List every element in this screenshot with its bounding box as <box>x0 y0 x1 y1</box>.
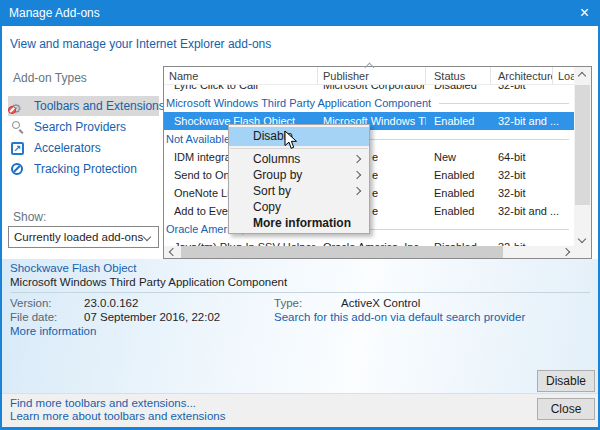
menu-item-copy[interactable]: Copy <box>229 199 369 215</box>
mouse-cursor-icon <box>284 130 298 154</box>
footer-bar: Find more toolbars and extensions... Lea… <box>2 393 598 427</box>
close-icon[interactable]: × <box>580 3 589 23</box>
scroll-up-icon[interactable] <box>578 72 586 80</box>
learn-more-link[interactable]: Learn more about toolbars and extensions <box>10 410 225 422</box>
column-header-architecture[interactable]: Architecture <box>491 67 553 85</box>
gear-blocked-icon: ⚙ <box>10 99 25 114</box>
submenu-arrow-icon <box>353 171 361 179</box>
menu-item-more-information[interactable]: More information <box>229 215 369 231</box>
submenu-arrow-icon <box>353 155 361 163</box>
find-more-link[interactable]: Find more toolbars and extensions... <box>10 397 196 409</box>
menu-item-columns[interactable]: Columns <box>229 151 369 167</box>
file-date-label: File date: <box>10 311 57 323</box>
close-button[interactable]: Close <box>537 398 595 420</box>
sidebar-item-accelerators[interactable]: ↗ Accelerators <box>8 138 159 158</box>
detail-divider <box>10 292 590 293</box>
show-dropdown[interactable]: Currently loaded add-ons <box>8 226 159 248</box>
horizontal-scrollbar[interactable] <box>164 246 575 258</box>
show-dropdown-value: Currently loaded add-ons <box>14 227 143 247</box>
column-header-status[interactable]: Status <box>426 67 491 85</box>
table-row-lync[interactable]: Lync Click to Call Microsoft Corporation… <box>164 85 575 94</box>
scroll-right-icon[interactable] <box>562 248 570 256</box>
window-titlebar: Manage Add-ons × <box>0 0 600 26</box>
type-label: Type: <box>274 297 302 309</box>
chevron-down-icon <box>143 233 151 241</box>
dialog-subtitle: View and manage your Internet Explorer a… <box>10 37 271 51</box>
submenu-arrow-icon <box>353 187 361 195</box>
magnifier-icon <box>10 120 25 135</box>
disable-button[interactable]: Disable <box>537 370 595 392</box>
window-title: Manage Add-ons <box>9 6 100 20</box>
sidebar-item-toolbars-and-extensions[interactable]: ⚙ Toolbars and Extensions <box>8 96 159 116</box>
type-value: ActiveX Control <box>341 297 420 309</box>
menu-item-disable[interactable]: Disable <box>229 127 369 146</box>
menu-separator <box>230 148 368 149</box>
more-information-link[interactable]: More information <box>10 325 96 337</box>
detail-addon-name-link[interactable]: Shockwave Flash Object <box>10 262 137 274</box>
accelerator-arrow-icon: ↗ <box>10 141 25 156</box>
search-addon-link[interactable]: Search for this add-on via default searc… <box>274 311 525 323</box>
window-border-left <box>0 0 2 430</box>
menu-item-sort-by[interactable]: Sort by <box>229 183 369 199</box>
vertical-scrollbar-thumb[interactable] <box>575 85 590 205</box>
blocked-circle-icon <box>10 162 25 177</box>
group-header-microsoft: Microsoft Windows Third Party Applicatio… <box>164 94 575 112</box>
scroll-down-icon[interactable] <box>578 235 586 243</box>
column-header-name[interactable]: Name <box>164 67 318 85</box>
manage-addons-dialog: Manage Add-ons × View and manage your In… <box>0 0 600 430</box>
menu-item-group-by[interactable]: Group by <box>229 167 369 183</box>
file-date-value: 07 September 2016, 22:02 <box>84 311 220 323</box>
sidebar-item-tracking-protection[interactable]: Tracking Protection <box>8 159 159 179</box>
version-label: Version: <box>10 297 52 309</box>
scroll-left-icon[interactable] <box>169 248 177 256</box>
addon-types-heading: Add-on Types <box>13 71 87 85</box>
vertical-scrollbar[interactable] <box>574 67 591 248</box>
horizontal-scrollbar-thumb[interactable] <box>181 246 503 258</box>
context-menu: Disable Columns Group by Sort by Copy Mo… <box>228 124 370 234</box>
version-value: 23.0.0.162 <box>84 297 138 309</box>
detail-company: Microsoft Windows Third Party Applicatio… <box>10 276 287 288</box>
show-label: Show: <box>13 210 46 224</box>
sidebar-item-search-providers[interactable]: Search Providers <box>8 117 159 137</box>
details-pane: Shockwave Flash Object Microsoft Windows… <box>2 259 598 393</box>
column-header-load-time[interactable]: Load time <box>553 67 575 85</box>
